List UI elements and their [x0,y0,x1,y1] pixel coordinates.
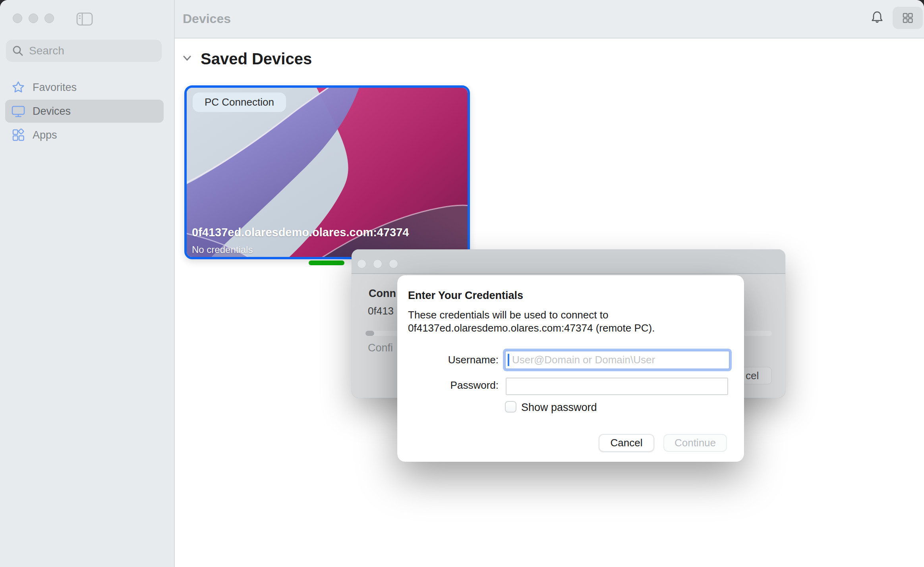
device-card[interactable]: PC Connection 0f4137ed.olaresdemo.olares… [184,85,470,259]
connection-type-badge: PC Connection [193,93,286,112]
bell-icon [868,9,886,27]
show-password-checkbox[interactable] [505,401,516,413]
sidebar-item-devices[interactable]: Devices [5,100,164,123]
sidebar-item-label: Devices [33,105,71,118]
show-password-label: Show password [521,401,597,414]
device-card-subtitle: No credentials [192,244,253,255]
text-cursor [508,354,509,366]
sidebar-item-favorites[interactable]: Favorites [5,76,164,99]
continue-button[interactable]: Continue [663,434,727,452]
connection-progress-fill [365,331,374,336]
username-field[interactable] [505,351,730,369]
zoom-window-button[interactable] [44,14,54,23]
search-field[interactable] [6,40,162,62]
connection-dialog-host: 0f413 [368,305,394,317]
minimize-window-button[interactable] [29,14,38,23]
monitor-icon [11,105,25,118]
search-input[interactable] [29,44,178,57]
page-title: Devices [183,0,231,38]
dialog-message-line1: These credentials will be used to connec… [408,309,655,322]
dialog-message-line2: 0f4137ed.olaresdemo.olares.com:47374 (re… [408,322,655,335]
credentials-dialog: Enter Your Credentials These credentials… [397,275,744,462]
password-label: Password: [397,379,499,392]
zoom-window-button[interactable] [389,259,398,268]
dialog-title-bar [352,249,785,274]
close-window-button[interactable] [357,259,366,268]
sidebar-item-apps[interactable]: Apps [5,123,164,147]
sidebar: Favorites Devices [0,0,175,567]
cancel-button[interactable]: Cancel [599,434,654,452]
notifications-button[interactable] [868,9,886,27]
minimize-window-button[interactable] [373,259,382,268]
connection-dialog-status: Confi [368,342,393,354]
connection-dialog-heading: Conn [369,287,396,300]
grid-icon [899,9,916,27]
sidebar-item-label: Apps [33,129,57,141]
password-field[interactable] [506,378,728,395]
dialog-window-controls [357,259,398,268]
close-window-button[interactable] [13,14,22,23]
dialog-title: Enter Your Credentials [408,289,523,302]
star-icon [11,81,25,94]
section-title-saved-devices: Saved Devices [201,50,312,68]
windows-app-window: Favorites Devices [0,0,924,567]
sidebar-item-label: Favorites [33,81,77,94]
sidebar-nav: Favorites Devices [5,76,164,147]
search-icon [12,44,24,57]
window-controls [13,14,54,23]
connection-progress-bar [309,260,344,265]
toggle-sidebar-button[interactable] [75,11,94,27]
title-bar: Devices [175,0,924,39]
apps-grid-icon [11,128,25,142]
sidebar-toggle-icon [75,11,94,27]
grid-view-button[interactable] [893,7,923,29]
dialog-message: These credentials will be used to connec… [408,309,655,335]
username-label: Username: [397,354,499,366]
chevron-down-icon[interactable] [181,53,193,64]
device-card-title: 0f4137ed.olaresdemo.olares.com:47374 [192,226,462,239]
